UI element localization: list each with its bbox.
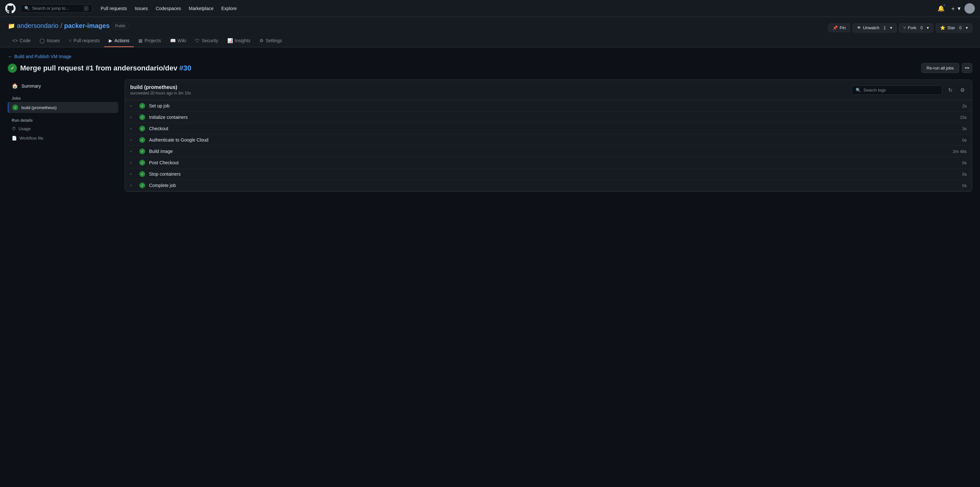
fork-chevron-icon: ▾ [927,25,929,30]
settings-cog-button[interactable]: ⚙ [958,86,967,94]
eye-icon: 👁 [857,25,861,30]
visibility-badge: Public [112,23,130,29]
expand-icon: › [130,172,135,176]
tab-settings[interactable]: ⚙ Settings [255,35,287,47]
logs-panel-title: build (prometheus) [130,84,191,90]
repo-tabs: <> Code ◯ Issues ⑂ Pull requests ▶ Actio… [8,35,972,47]
more-icon: ••• [965,65,969,70]
search-box[interactable]: 🔍 Search or jump to... / [21,4,92,13]
step-success-icon: ✓ [139,137,145,143]
tab-security[interactable]: 🛡 Security [191,35,223,47]
fork-button[interactable]: ⑂ Fork 0 ▾ [899,23,934,32]
github-logo[interactable] [5,3,16,14]
refresh-button[interactable]: ↻ [946,86,955,94]
back-link[interactable]: ← Build and Publish VM Image [8,54,972,59]
avatar[interactable] [964,3,975,14]
step-duration: 0s [962,183,967,188]
actions-icon: ▶ [109,38,112,43]
step-success-icon: ✓ [139,126,145,132]
search-logs-icon: 🔍 [856,88,861,92]
nav-marketplace[interactable]: Marketplace [185,4,216,13]
step-name: Set up job [149,103,958,108]
log-steps: › ✓ Set up job 2s › ✓ Initialize contain… [125,100,972,191]
cog-icon: ⚙ [960,87,965,93]
logs-panel-title-group: build (prometheus) succeeded 20 hours ag… [130,84,191,95]
step-duration: 2m 48s [953,149,967,154]
more-options-button[interactable]: ••• [962,63,972,73]
log-step-auth-google[interactable]: › ✓ Authenticate to Google Cloud 0s [125,134,972,146]
top-nav: 🔍 Search or jump to... / Pull requests I… [0,0,980,17]
expand-icon: › [130,115,135,119]
step-duration: 2s [962,103,967,108]
tab-projects[interactable]: ▦ Projects [134,35,165,47]
sidebar-usage[interactable]: ⏱ Usage [8,124,118,134]
repo-name-link[interactable]: packer-images [64,22,110,30]
security-icon: 🛡 [195,38,200,43]
step-duration: 0s [962,172,967,177]
search-kbd: / [84,6,89,11]
unwatch-button[interactable]: 👁 Unwatch 1 ▾ [853,23,897,32]
sidebar-summary[interactable]: 🏠 Summary [8,80,118,92]
step-duration: 0s [962,138,967,143]
arrow-left-icon: ← [8,54,12,59]
step-name: Authenticate to Google Cloud [149,137,958,143]
nav-explore[interactable]: Explore [218,4,240,13]
log-step-build-image[interactable]: › ✓ Build image 2m 48s [125,146,972,157]
refresh-icon: ↻ [948,87,952,93]
notifications-button[interactable]: 🔔 [936,3,946,14]
expand-icon: › [130,138,135,142]
sidebar-job-build[interactable]: ✓ build (prometheus) [8,102,118,113]
issues-icon: ◯ [40,38,45,43]
main-content: ← Build and Publish VM Image ✓ Merge pul… [0,48,980,198]
tab-issues[interactable]: ◯ Issues [35,35,64,47]
step-name: Post Checkout [149,160,958,165]
search-logs-input[interactable]: 🔍 Search logs [851,85,942,95]
wiki-icon: 📖 [170,38,176,43]
log-step-setup-job[interactable]: › ✓ Set up job 2s [125,100,972,112]
step-name: Initialize containers [149,115,956,120]
repo-owner-link[interactable]: andersondario [17,22,59,30]
step-success-icon: ✓ [139,160,145,166]
nav-issues[interactable]: Issues [132,4,151,13]
tab-pull-requests[interactable]: ⑂ Pull requests [64,35,104,47]
logs-panel-subtitle: succeeded 20 hours ago in 3m 10s [130,91,191,95]
chevron-down-icon: ▾ [890,25,892,30]
step-name: Stop containers [149,172,958,177]
step-success-icon: ✓ [139,103,145,109]
repo-icon: 📁 [8,22,15,30]
expand-icon: › [130,126,135,131]
tab-actions[interactable]: ▶ Actions [104,35,134,47]
projects-icon: ▦ [138,38,143,43]
new-item-button[interactable]: ＋ ▾ [950,3,961,14]
tab-wiki[interactable]: 📖 Wiki [165,35,191,47]
sidebar-workflow-file[interactable]: 📄 Workflow file [8,134,118,143]
expand-icon: › [130,183,135,188]
nav-links: Pull requests Issues Codespaces Marketpl… [97,4,240,13]
pr-icon: ⑂ [69,38,72,43]
notification-badge [943,4,946,6]
nav-codespaces[interactable]: Codespaces [152,4,184,13]
pr-link[interactable]: #30 [179,64,191,72]
tab-code[interactable]: <> Code [8,35,35,47]
log-step-init-containers[interactable]: › ✓ Initialize containers 15s [125,112,972,123]
step-duration: 15s [960,115,967,120]
step-name: Checkout [149,126,958,131]
step-success-icon: ✓ [139,114,145,120]
nav-right: 🔔 ＋ ▾ [936,3,975,14]
star-button[interactable]: ⭐ Star 0 ▾ [936,23,972,32]
log-step-checkout[interactable]: › ✓ Checkout 3s [125,123,972,134]
run-title: Merge pull request #1 from andersondario… [20,64,191,72]
nav-pull-requests[interactable]: Pull requests [97,4,130,13]
log-step-stop-containers[interactable]: › ✓ Stop containers 0s [125,169,972,180]
code-icon: <> [12,38,18,43]
log-step-complete-job[interactable]: › ✓ Complete job 0s [125,180,972,191]
search-placeholder: Search or jump to... [32,6,69,11]
settings-icon: ⚙ [259,38,264,43]
repo-header: 📁 andersondario / packer-images Public 📌… [0,17,980,48]
insights-icon: 📊 [227,38,233,43]
pin-button[interactable]: 📌 Pin [828,23,850,32]
tab-insights[interactable]: 📊 Insights [223,35,255,47]
rerun-button[interactable]: Re-run all jobs [921,63,959,73]
usage-icon: ⏱ [12,126,16,131]
log-step-post-checkout[interactable]: › ✓ Post Checkout 0s [125,157,972,169]
